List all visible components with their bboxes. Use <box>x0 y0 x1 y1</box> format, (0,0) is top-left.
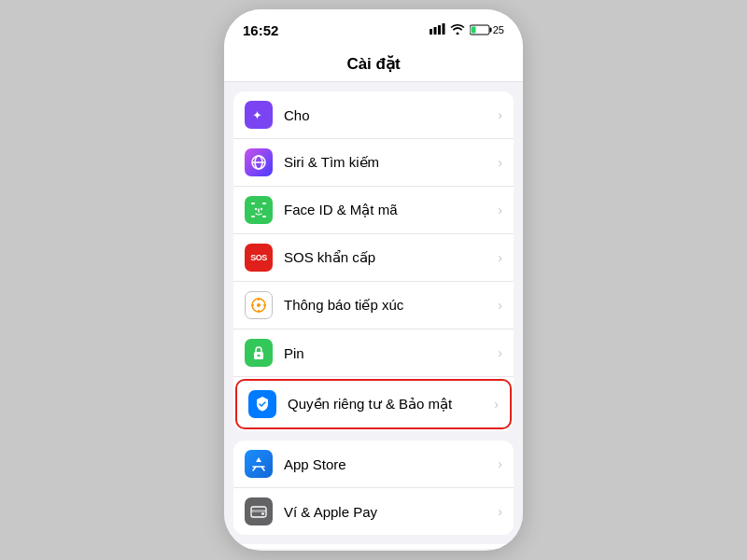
chevron-icon: › <box>498 504 502 519</box>
battery-level: 25 <box>493 24 504 35</box>
phone-frame: 16:52 25 Cài đặt <box>224 9 523 551</box>
siri-icon <box>245 148 273 176</box>
svg-rect-5 <box>489 28 491 33</box>
chevron-icon: › <box>494 397 499 412</box>
list-item[interactable]: Mật khẩu › <box>233 544 514 549</box>
svg-point-14 <box>255 208 257 210</box>
status-icons: 25 <box>430 23 504 37</box>
cho-icon: ✦ <box>245 101 273 129</box>
list-item[interactable]: App Store › <box>233 441 514 488</box>
list-item[interactable]: Ví & Apple Pay › <box>233 488 514 535</box>
chevron-icon: › <box>498 203 502 217</box>
settings-group-2: App Store › Ví & Apple Pay › <box>233 441 514 535</box>
svg-rect-2 <box>438 25 441 35</box>
svg-rect-25 <box>251 510 266 512</box>
page-title: Cài đặt <box>346 55 400 73</box>
chevron-icon: › <box>498 345 502 360</box>
scroll-area[interactable]: ✦ Cho › Siri & Tìm kiếm › <box>224 82 523 549</box>
list-item[interactable]: Face ID & Mật mã › <box>233 187 514 234</box>
pin-icon <box>245 339 273 367</box>
list-item[interactable]: Siri & Tìm kiếm › <box>233 139 514 187</box>
svg-rect-3 <box>442 23 444 35</box>
svg-rect-1 <box>433 27 436 35</box>
faceid-label: Face ID & Mật mã <box>284 202 494 218</box>
cho-label: Cho <box>284 107 494 123</box>
pin-label: Pin <box>284 345 494 361</box>
vi-label: Ví & Apple Pay <box>284 504 494 520</box>
appstore-icon <box>245 450 273 478</box>
faceid-icon <box>245 196 273 224</box>
svg-rect-23 <box>258 355 261 357</box>
sos-icon: SOS <box>245 244 273 272</box>
appstore-label: App Store <box>284 456 494 472</box>
settings-group-1: ✦ Cho › Siri & Tìm kiếm › <box>233 91 514 431</box>
wifi-icon <box>450 23 465 37</box>
svg-rect-10 <box>251 203 255 204</box>
list-item[interactable]: Pin › <box>233 329 514 377</box>
list-item[interactable]: Quyền riêng tư & Bảo mật › <box>235 379 512 429</box>
svg-point-17 <box>257 303 261 307</box>
vi-icon <box>245 497 273 525</box>
settings-group-3: Mật khẩu › Mail › <box>233 544 514 549</box>
svg-rect-26 <box>261 513 264 515</box>
svg-rect-6 <box>471 27 475 34</box>
list-item[interactable]: ✦ Cho › <box>233 91 514 139</box>
chevron-icon: › <box>498 107 502 122</box>
siri-label: Siri & Tìm kiếm <box>284 154 494 171</box>
status-bar: 16:52 25 <box>224 9 523 50</box>
svg-rect-0 <box>430 29 432 35</box>
quyenrieng-label: Quyền riêng tư & Bảo mật <box>288 396 490 413</box>
list-item[interactable]: SOS SOS khẩn cấp › <box>233 234 514 282</box>
chevron-icon: › <box>498 456 502 471</box>
status-time: 16:52 <box>243 22 278 38</box>
signal-icon <box>430 23 445 37</box>
chevron-icon: › <box>498 250 502 265</box>
thongbao-icon <box>245 291 273 319</box>
svg-rect-13 <box>262 216 266 217</box>
svg-point-15 <box>261 208 262 210</box>
svg-rect-12 <box>251 216 255 217</box>
svg-text:✦: ✦ <box>252 108 262 122</box>
thongbao-label: Thông báo tiếp xúc <box>284 297 494 314</box>
chevron-icon: › <box>498 298 502 313</box>
list-item[interactable]: Thông báo tiếp xúc › <box>233 282 514 329</box>
sos-label: SOS khẩn cấp <box>284 249 494 266</box>
battery-icon: 25 <box>470 24 504 35</box>
nav-bar: Cài đặt <box>224 50 523 82</box>
svg-rect-11 <box>262 203 266 204</box>
quyenrieng-icon <box>248 390 276 418</box>
chevron-icon: › <box>498 155 502 170</box>
